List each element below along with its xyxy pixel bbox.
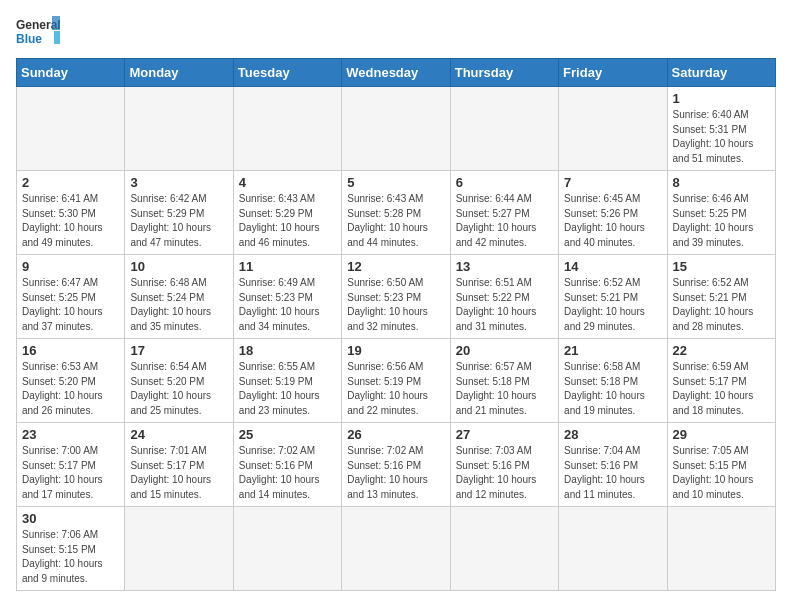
day-info: Sunrise: 6:55 AM Sunset: 5:19 PM Dayligh…	[239, 360, 336, 418]
day-number: 18	[239, 343, 336, 358]
calendar-cell: 5Sunrise: 6:43 AM Sunset: 5:28 PM Daylig…	[342, 171, 450, 255]
day-info: Sunrise: 6:51 AM Sunset: 5:22 PM Dayligh…	[456, 276, 553, 334]
day-info: Sunrise: 6:47 AM Sunset: 5:25 PM Dayligh…	[22, 276, 119, 334]
day-info: Sunrise: 7:05 AM Sunset: 5:15 PM Dayligh…	[673, 444, 770, 502]
day-header-thursday: Thursday	[450, 59, 558, 87]
logo-svg: General Blue	[16, 16, 60, 48]
day-number: 25	[239, 427, 336, 442]
day-info: Sunrise: 6:50 AM Sunset: 5:23 PM Dayligh…	[347, 276, 444, 334]
day-number: 21	[564, 343, 661, 358]
day-header-sunday: Sunday	[17, 59, 125, 87]
day-header-saturday: Saturday	[667, 59, 775, 87]
calendar-cell: 9Sunrise: 6:47 AM Sunset: 5:25 PM Daylig…	[17, 255, 125, 339]
calendar-cell: 23Sunrise: 7:00 AM Sunset: 5:17 PM Dayli…	[17, 423, 125, 507]
calendar-cell: 19Sunrise: 6:56 AM Sunset: 5:19 PM Dayli…	[342, 339, 450, 423]
calendar-cell	[233, 507, 341, 591]
calendar-cell	[342, 507, 450, 591]
day-info: Sunrise: 6:46 AM Sunset: 5:25 PM Dayligh…	[673, 192, 770, 250]
day-info: Sunrise: 6:45 AM Sunset: 5:26 PM Dayligh…	[564, 192, 661, 250]
day-info: Sunrise: 6:44 AM Sunset: 5:27 PM Dayligh…	[456, 192, 553, 250]
calendar-cell: 28Sunrise: 7:04 AM Sunset: 5:16 PM Dayli…	[559, 423, 667, 507]
calendar-cell: 1Sunrise: 6:40 AM Sunset: 5:31 PM Daylig…	[667, 87, 775, 171]
calendar-cell	[450, 507, 558, 591]
day-info: Sunrise: 7:03 AM Sunset: 5:16 PM Dayligh…	[456, 444, 553, 502]
day-number: 5	[347, 175, 444, 190]
day-number: 13	[456, 259, 553, 274]
calendar-cell: 10Sunrise: 6:48 AM Sunset: 5:24 PM Dayli…	[125, 255, 233, 339]
calendar-cell	[342, 87, 450, 171]
day-number: 19	[347, 343, 444, 358]
calendar-cell: 27Sunrise: 7:03 AM Sunset: 5:16 PM Dayli…	[450, 423, 558, 507]
day-number: 2	[22, 175, 119, 190]
calendar-cell: 8Sunrise: 6:46 AM Sunset: 5:25 PM Daylig…	[667, 171, 775, 255]
calendar-cell	[667, 507, 775, 591]
day-header-friday: Friday	[559, 59, 667, 87]
day-number: 17	[130, 343, 227, 358]
day-info: Sunrise: 6:58 AM Sunset: 5:18 PM Dayligh…	[564, 360, 661, 418]
calendar-cell: 22Sunrise: 6:59 AM Sunset: 5:17 PM Dayli…	[667, 339, 775, 423]
day-number: 24	[130, 427, 227, 442]
week-row-2: 2Sunrise: 6:41 AM Sunset: 5:30 PM Daylig…	[17, 171, 776, 255]
day-info: Sunrise: 6:43 AM Sunset: 5:28 PM Dayligh…	[347, 192, 444, 250]
calendar-cell	[17, 87, 125, 171]
calendar-cell: 29Sunrise: 7:05 AM Sunset: 5:15 PM Dayli…	[667, 423, 775, 507]
day-number: 9	[22, 259, 119, 274]
calendar-cell: 12Sunrise: 6:50 AM Sunset: 5:23 PM Dayli…	[342, 255, 450, 339]
day-number: 6	[456, 175, 553, 190]
calendar-table: SundayMondayTuesdayWednesdayThursdayFrid…	[16, 58, 776, 591]
calendar-cell: 15Sunrise: 6:52 AM Sunset: 5:21 PM Dayli…	[667, 255, 775, 339]
day-header-tuesday: Tuesday	[233, 59, 341, 87]
day-number: 20	[456, 343, 553, 358]
calendar-cell	[559, 87, 667, 171]
day-info: Sunrise: 6:49 AM Sunset: 5:23 PM Dayligh…	[239, 276, 336, 334]
day-number: 27	[456, 427, 553, 442]
day-info: Sunrise: 6:57 AM Sunset: 5:18 PM Dayligh…	[456, 360, 553, 418]
page-header: General Blue	[16, 16, 776, 48]
day-info: Sunrise: 6:48 AM Sunset: 5:24 PM Dayligh…	[130, 276, 227, 334]
day-number: 12	[347, 259, 444, 274]
day-number: 8	[673, 175, 770, 190]
day-info: Sunrise: 6:41 AM Sunset: 5:30 PM Dayligh…	[22, 192, 119, 250]
week-row-1: 1Sunrise: 6:40 AM Sunset: 5:31 PM Daylig…	[17, 87, 776, 171]
day-number: 7	[564, 175, 661, 190]
day-info: Sunrise: 7:01 AM Sunset: 5:17 PM Dayligh…	[130, 444, 227, 502]
calendar-cell: 20Sunrise: 6:57 AM Sunset: 5:18 PM Dayli…	[450, 339, 558, 423]
calendar-cell	[450, 87, 558, 171]
day-number: 23	[22, 427, 119, 442]
day-header-wednesday: Wednesday	[342, 59, 450, 87]
calendar-cell: 25Sunrise: 7:02 AM Sunset: 5:16 PM Dayli…	[233, 423, 341, 507]
calendar-cell: 13Sunrise: 6:51 AM Sunset: 5:22 PM Dayli…	[450, 255, 558, 339]
day-number: 22	[673, 343, 770, 358]
calendar-cell: 3Sunrise: 6:42 AM Sunset: 5:29 PM Daylig…	[125, 171, 233, 255]
calendar-cell: 14Sunrise: 6:52 AM Sunset: 5:21 PM Dayli…	[559, 255, 667, 339]
calendar-cell: 16Sunrise: 6:53 AM Sunset: 5:20 PM Dayli…	[17, 339, 125, 423]
calendar-cell	[125, 87, 233, 171]
day-number: 4	[239, 175, 336, 190]
day-info: Sunrise: 6:52 AM Sunset: 5:21 PM Dayligh…	[673, 276, 770, 334]
week-row-6: 30Sunrise: 7:06 AM Sunset: 5:15 PM Dayli…	[17, 507, 776, 591]
day-header-monday: Monday	[125, 59, 233, 87]
day-number: 14	[564, 259, 661, 274]
calendar-cell: 7Sunrise: 6:45 AM Sunset: 5:26 PM Daylig…	[559, 171, 667, 255]
week-row-5: 23Sunrise: 7:00 AM Sunset: 5:17 PM Dayli…	[17, 423, 776, 507]
day-number: 30	[22, 511, 119, 526]
day-number: 16	[22, 343, 119, 358]
day-info: Sunrise: 6:59 AM Sunset: 5:17 PM Dayligh…	[673, 360, 770, 418]
day-number: 28	[564, 427, 661, 442]
day-number: 26	[347, 427, 444, 442]
calendar-cell: 30Sunrise: 7:06 AM Sunset: 5:15 PM Dayli…	[17, 507, 125, 591]
logo: General Blue	[16, 16, 60, 48]
day-number: 3	[130, 175, 227, 190]
day-info: Sunrise: 6:42 AM Sunset: 5:29 PM Dayligh…	[130, 192, 227, 250]
calendar-cell: 21Sunrise: 6:58 AM Sunset: 5:18 PM Dayli…	[559, 339, 667, 423]
day-number: 15	[673, 259, 770, 274]
calendar-cell: 18Sunrise: 6:55 AM Sunset: 5:19 PM Dayli…	[233, 339, 341, 423]
calendar-cell	[233, 87, 341, 171]
calendar-cell: 2Sunrise: 6:41 AM Sunset: 5:30 PM Daylig…	[17, 171, 125, 255]
svg-text:Blue: Blue	[16, 32, 42, 46]
svg-marker-2	[52, 16, 60, 30]
calendar-cell: 11Sunrise: 6:49 AM Sunset: 5:23 PM Dayli…	[233, 255, 341, 339]
day-number: 29	[673, 427, 770, 442]
day-number: 1	[673, 91, 770, 106]
week-row-4: 16Sunrise: 6:53 AM Sunset: 5:20 PM Dayli…	[17, 339, 776, 423]
